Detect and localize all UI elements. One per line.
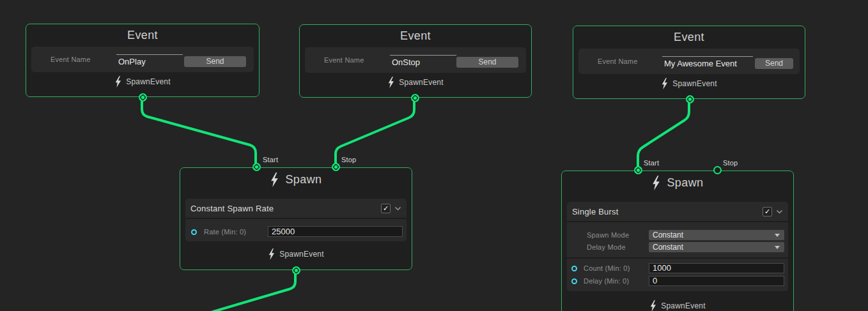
start-input-port[interactable]: [634, 166, 642, 174]
count-input[interactable]: [649, 263, 784, 273]
event-node-onstop[interactable]: Event Event Name Send SpawnEvent: [299, 24, 532, 98]
stop-input-port[interactable]: [332, 163, 340, 171]
output-context-row: SpawnEvent: [562, 298, 793, 311]
block-header: Single Burst ✓: [567, 202, 788, 222]
node-title: Event: [573, 31, 805, 44]
spawn-event-icon: [661, 78, 668, 89]
spawn-node-single-burst[interactable]: Start Stop Spawn Single Burst ✓ Spawn Mo…: [561, 171, 794, 311]
start-port-label: Start: [644, 159, 659, 167]
output-port[interactable]: [411, 94, 419, 102]
event-name-input[interactable]: [662, 56, 753, 68]
dropdown-arrow-icon: [775, 234, 780, 237]
send-button[interactable]: Send: [184, 56, 246, 67]
spawn-node-constant-rate[interactable]: Start Stop Spawn Constant Spawn Rate ✓ R…: [180, 167, 412, 270]
rate-label: Rate (Min: 0): [204, 227, 246, 238]
start-input-port[interactable]: [252, 163, 261, 171]
delay-mode-label: Delay Mode: [587, 242, 626, 252]
block-title: Single Burst: [572, 207, 763, 216]
event-settings-row: Event Name Send: [305, 47, 526, 73]
delay-mode-dropdown[interactable]: Constant: [649, 242, 784, 252]
output-context-row: SpawnEvent: [180, 247, 412, 262]
stop-port-label: Stop: [723, 159, 738, 167]
block-enabled-checkbox[interactable]: ✓: [763, 207, 772, 216]
delay-data-port[interactable]: [571, 278, 577, 284]
delay-input[interactable]: [649, 276, 784, 286]
output-context-row: SpawnEvent: [300, 75, 531, 90]
output-context-row: SpawnEvent: [573, 76, 805, 91]
chevron-down-icon[interactable]: [394, 206, 401, 211]
node-title-row: Spawn: [562, 176, 793, 190]
rate-input[interactable]: [268, 226, 403, 237]
output-flow-label: SpawnEvent: [661, 301, 705, 310]
block-enabled-checkbox[interactable]: ✓: [381, 204, 391, 213]
spawn-event-icon: [387, 77, 394, 88]
output-port[interactable]: [139, 93, 147, 102]
chevron-down-icon[interactable]: [776, 209, 783, 214]
node-title: Event: [300, 29, 531, 43]
edge-spawn-output[interactable]: [211, 270, 295, 311]
event-settings-row: Event Name Send: [578, 49, 800, 74]
stop-input-port[interactable]: [713, 166, 722, 174]
delay-label: Delay (Min: 0): [584, 276, 629, 286]
output-flow-label: SpawnEvent: [672, 79, 717, 88]
vfx-graph-canvas[interactable]: Event Event Name Send SpawnEvent Event E…: [0, 0, 868, 311]
node-title: Spawn: [667, 176, 703, 190]
count-label: Count (Min: 0): [584, 263, 630, 273]
event-node-awesome[interactable]: Event Event Name Send SpawnEvent: [573, 26, 805, 99]
block-divider: [567, 257, 788, 259]
output-context-row: SpawnEvent: [26, 74, 259, 89]
output-port[interactable]: [292, 266, 300, 275]
event-name-input[interactable]: [390, 55, 456, 67]
spawn-mode-value: Constant: [653, 231, 683, 239]
node-title-row: Spawn: [180, 172, 412, 187]
output-flow-label: SpawnEvent: [399, 78, 443, 87]
event-name-input[interactable]: [116, 54, 183, 66]
spawn-mode-dropdown[interactable]: Constant: [649, 230, 784, 240]
spawn-event-icon: [114, 76, 121, 87]
dropdown-arrow-icon: [775, 246, 780, 249]
event-node-onplay[interactable]: Event Event Name Send SpawnEvent: [26, 24, 260, 97]
output-flow-label: SpawnEvent: [126, 77, 170, 86]
send-button[interactable]: Send: [755, 58, 793, 69]
count-data-port[interactable]: [571, 266, 577, 271]
edge-onplay-to-start[interactable]: [142, 97, 256, 167]
event-settings-row: Event Name Send: [31, 47, 254, 72]
stop-port-label: Stop: [341, 156, 356, 163]
single-burst-block[interactable]: Single Burst ✓ Spawn Mode Constant Delay…: [567, 202, 788, 291]
spawn-event-icon: [649, 300, 656, 311]
constant-spawn-rate-block[interactable]: Constant Spawn Rate ✓ Rate (Min: 0): [185, 199, 407, 241]
output-port[interactable]: [686, 95, 694, 103]
event-name-label: Event Name: [324, 56, 364, 64]
block-title: Constant Spawn Rate: [190, 204, 381, 213]
spawn-event-icon: [268, 248, 275, 260]
event-name-label: Event Name: [598, 57, 638, 65]
block-header: Constant Spawn Rate ✓: [185, 199, 407, 219]
start-port-label: Start: [263, 156, 278, 163]
output-flow-label: SpawnEvent: [279, 250, 323, 259]
node-title: Event: [26, 29, 259, 42]
spawn-context-icon: [651, 176, 660, 190]
event-name-label: Event Name: [50, 56, 91, 63]
spawn-mode-label: Spawn Mode: [587, 230, 629, 240]
spawn-context-icon: [270, 172, 279, 187]
rate-data-port[interactable]: [191, 229, 197, 235]
delay-mode-value: Constant: [653, 243, 683, 252]
send-button[interactable]: Send: [456, 57, 518, 68]
node-title: Spawn: [285, 173, 322, 186]
